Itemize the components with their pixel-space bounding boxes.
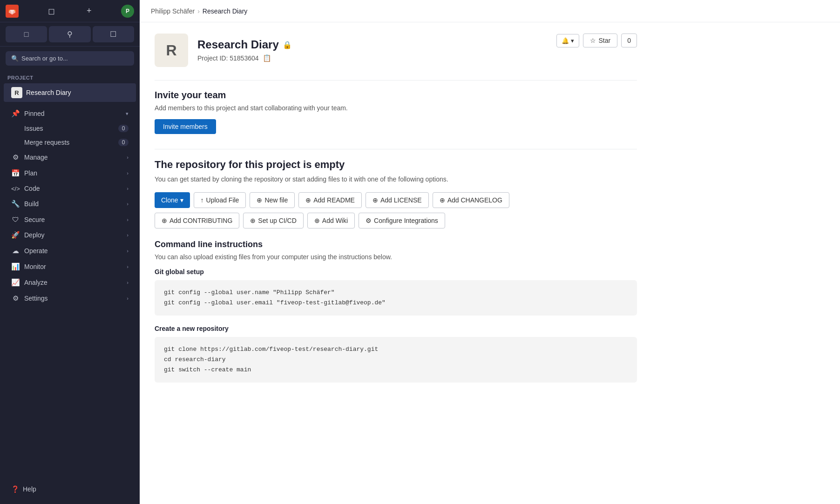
notification-chevron: ▾	[571, 37, 574, 44]
invite-description: Add members to this project and start co…	[155, 104, 637, 112]
upload-icon: ↑	[201, 196, 204, 204]
monitor-label: Monitor	[24, 263, 46, 270]
clone-chevron: ▾	[180, 196, 183, 204]
divider-1	[155, 80, 637, 81]
breadcrumb: Philipp Schäfer › Research Diary	[151, 7, 247, 15]
add-license-button[interactable]: ⊕ Add LICENSE	[366, 192, 429, 208]
invite-section: Invite your team Add members to this pro…	[155, 90, 637, 134]
pinned-chevron: ▾	[126, 111, 129, 117]
sidebar-item-secure[interactable]: 🛡 Secure ›	[4, 212, 136, 227]
plan-chevron: ›	[127, 170, 129, 176]
add-wiki-button[interactable]: ⊕ Add Wiki	[307, 213, 355, 228]
new-item-button[interactable]: +	[85, 4, 94, 18]
configure-integrations-label: Configure Integrations	[374, 217, 438, 224]
add-license-label: Add LICENSE	[380, 196, 422, 204]
sidebar-item-settings[interactable]: ⚙ Settings ›	[4, 290, 136, 306]
sidebar-item-deploy[interactable]: 🚀 Deploy ›	[4, 227, 136, 243]
merge-requests-quick-btn[interactable]: ⚲	[49, 26, 90, 42]
sidebar-item-monitor[interactable]: 📊 Monitor ›	[4, 259, 136, 275]
sidebar-bottom: ❓ Help	[0, 478, 140, 504]
sidebar-search[interactable]: 🔍 Search or go to...	[6, 51, 134, 66]
sidebar-quick-actions: □ ⚲ ☐	[0, 22, 140, 47]
settings-label: Settings	[24, 295, 48, 302]
help-label: Help	[23, 485, 36, 493]
sidebar-item-analyze[interactable]: 📈 Analyze ›	[4, 275, 136, 290]
issues-quick-btn[interactable]: □	[6, 26, 47, 42]
operate-icon: ☁	[11, 247, 20, 255]
sidebar-project-avatar: R	[11, 87, 22, 98]
clone-label: Clone	[161, 196, 178, 204]
add-changelog-icon: ⊕	[440, 196, 445, 204]
add-changelog-label: Add CHANGELOG	[447, 196, 502, 204]
sidebar-toggle-button[interactable]: ◻	[46, 4, 57, 18]
divider-2	[155, 149, 637, 149]
set-up-cicd-button[interactable]: ⊕ Set up CI/CD	[243, 213, 303, 228]
secure-chevron: ›	[127, 217, 129, 222]
git-global-code-block: git config --global user.name "Philipp S…	[155, 280, 637, 316]
invite-title: Invite your team	[155, 90, 637, 101]
add-wiki-label: Add Wiki	[322, 217, 348, 224]
sidebar-item-operate[interactable]: ☁ Operate ›	[4, 243, 136, 259]
operate-label: Operate	[24, 247, 48, 255]
sidebar-item-code[interactable]: </> Code ›	[4, 181, 136, 196]
notification-button[interactable]: 🔔 ▾	[556, 34, 579, 47]
merge-requests-label: Merge requests	[24, 139, 69, 146]
project-name: Research Diary	[197, 38, 279, 51]
sidebar: ◻ + P □ ⚲ ☐ 🔍 Search or go to... Project…	[0, 0, 140, 504]
empty-repo-section: The repository for this project is empty…	[155, 159, 637, 228]
analyze-icon: 📈	[11, 278, 20, 287]
clone-button[interactable]: Clone ▾	[155, 192, 190, 208]
main-content: Philipp Schäfer › Research Diary R Resea…	[140, 0, 840, 504]
configure-integrations-button[interactable]: ⚙ Configure Integrations	[359, 213, 445, 228]
star-count: 0	[621, 34, 637, 47]
help-item[interactable]: ❓ Help	[7, 482, 132, 497]
cmd-title: Command line instructions	[155, 240, 637, 249]
pin-icon: 📌	[11, 109, 20, 118]
deploy-label: Deploy	[24, 231, 45, 239]
secure-icon: 🛡	[11, 215, 20, 223]
invite-members-button[interactable]: Invite members	[155, 119, 216, 134]
copy-id-icon[interactable]: 📋	[263, 54, 271, 62]
command-line-section: Command line instructions You can also u…	[155, 240, 637, 383]
avatar-button[interactable]: P	[121, 5, 134, 18]
sidebar-item-build[interactable]: 🔧 Build ›	[4, 196, 136, 212]
project-info: Research Diary 🔒 Project ID: 51853604 📋	[197, 38, 292, 62]
breadcrumb-user[interactable]: Philipp Schäfer	[151, 7, 195, 15]
lock-icon: 🔒	[283, 40, 292, 49]
breadcrumb-project: Research Diary	[203, 7, 247, 15]
sidebar-item-issues[interactable]: Issues 0	[4, 121, 136, 135]
sidebar-item-merge-requests[interactable]: Merge requests 0	[4, 135, 136, 149]
deploy-chevron: ›	[127, 232, 129, 238]
sidebar-project-item[interactable]: R Research Diary	[4, 83, 136, 102]
cicd-icon: ⊕	[250, 217, 256, 224]
sidebar-nav: 📌 Pinned ▾ Issues 0 Merge requests 0 ⚙ M…	[0, 106, 140, 306]
new-file-button[interactable]: ⊕ New file	[250, 192, 295, 208]
project-title-row: Research Diary 🔒	[197, 38, 292, 51]
star-button[interactable]: ☆ Star	[583, 34, 618, 47]
operate-chevron: ›	[127, 248, 129, 254]
todos-quick-btn[interactable]: ☐	[93, 26, 134, 42]
sidebar-item-manage[interactable]: ⚙ Manage ›	[4, 149, 136, 165]
create-repo-code-block: git clone https://gitlab.com/fiveop-test…	[155, 337, 637, 383]
sidebar-item-plan[interactable]: 📅 Plan ›	[4, 165, 136, 181]
add-readme-button[interactable]: ⊕ Add README	[298, 192, 362, 208]
plan-label: Plan	[24, 169, 37, 177]
code-label: Code	[24, 185, 40, 192]
star-icon: ☆	[590, 37, 596, 44]
project-section-label: Project	[0, 70, 140, 83]
empty-repo-description: You can get started by cloning the repos…	[155, 175, 637, 183]
manage-label: Manage	[24, 154, 48, 161]
gitlab-logo[interactable]	[6, 5, 19, 18]
pinned-label: Pinned	[24, 110, 45, 117]
git-global-setup-subtitle: Git global setup	[155, 268, 637, 276]
add-contributing-button[interactable]: ⊕ Add CONTRIBUTING	[155, 213, 239, 228]
add-changelog-button[interactable]: ⊕ Add CHANGELOG	[433, 192, 509, 208]
settings-icon: ⚙	[11, 294, 20, 302]
search-icon: 🔍	[11, 55, 19, 62]
project-avatar: R	[155, 34, 188, 67]
monitor-chevron: ›	[127, 264, 129, 269]
code-icon: </>	[11, 185, 20, 192]
action-buttons-row-1: Clone ▾ ↑ Upload File ⊕ New file ⊕ Add R…	[155, 192, 637, 208]
sidebar-item-pinned[interactable]: 📌 Pinned ▾	[4, 106, 136, 121]
upload-file-button[interactable]: ↑ Upload File	[194, 192, 246, 208]
